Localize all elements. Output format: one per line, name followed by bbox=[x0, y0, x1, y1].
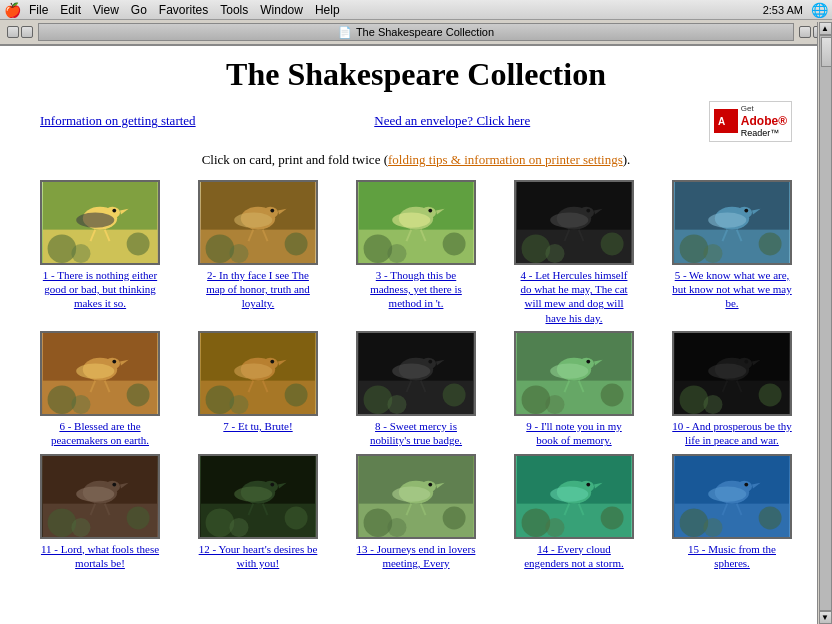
svg-point-97 bbox=[387, 395, 406, 414]
go-menu[interactable]: Go bbox=[131, 3, 147, 17]
card-caption-14: 14 - Every cloud engenders not a storm. bbox=[514, 542, 634, 571]
adobe-icon: A bbox=[714, 109, 738, 133]
card-caption-8: 8 - Sweet mercy is nobility's true badge… bbox=[356, 419, 476, 448]
card-caption-13: 13 - Journeys end in lovers meeting, Eve… bbox=[356, 542, 476, 571]
card-item-5[interactable]: 5 - We know what we are, but know not wh… bbox=[656, 180, 808, 325]
card-caption-10: 10 - And prosperous be thy life in peace… bbox=[672, 419, 792, 448]
card-item-4[interactable]: 4 - Let Hercules himself do what he may,… bbox=[498, 180, 650, 325]
svg-point-35 bbox=[364, 234, 393, 263]
svg-point-133 bbox=[71, 518, 90, 537]
card-item-15[interactable]: 15 - Music from the spheres. bbox=[656, 454, 808, 571]
folding-tips-link[interactable]: folding tips & information on printer se… bbox=[388, 152, 623, 167]
svg-point-49 bbox=[545, 244, 564, 263]
svg-point-24 bbox=[285, 232, 308, 255]
scroll-down[interactable]: ▼ bbox=[819, 611, 832, 624]
svg-point-121 bbox=[703, 395, 722, 414]
svg-point-168 bbox=[601, 506, 624, 529]
browser-btn-2[interactable] bbox=[21, 26, 33, 38]
svg-point-175 bbox=[744, 482, 748, 486]
browser-title: 📄 The Shakespeare Collection bbox=[38, 23, 794, 41]
card-image-3 bbox=[356, 180, 476, 265]
card-caption-6: 6 - Blessed are the peacemakers on earth… bbox=[40, 419, 160, 448]
svg-point-127 bbox=[112, 482, 116, 486]
svg-point-156 bbox=[443, 506, 466, 529]
svg-point-95 bbox=[364, 385, 393, 414]
card-item-6[interactable]: 6 - Blessed are the peacemakers on earth… bbox=[24, 331, 176, 448]
svg-point-46 bbox=[550, 212, 588, 227]
card-caption-2: 2- In thy face I see The map of honor, t… bbox=[198, 268, 318, 311]
info-link[interactable]: Information on getting started bbox=[40, 113, 196, 129]
card-item-8[interactable]: 8 - Sweet mercy is nobility's true badge… bbox=[340, 331, 492, 448]
scroll-up[interactable]: ▲ bbox=[819, 22, 832, 35]
card-item-9[interactable]: 9 - I'll note you in my book of memory. bbox=[498, 331, 650, 448]
scrollbar[interactable]: ▲ ▼ bbox=[817, 22, 832, 624]
card-item-13[interactable]: 13 - Journeys end in lovers meeting, Eve… bbox=[340, 454, 492, 571]
menubar-right: 2:53 AM 🌐 bbox=[763, 2, 828, 18]
card-image-14 bbox=[514, 454, 634, 539]
svg-point-70 bbox=[76, 363, 114, 378]
browser-btn-3[interactable] bbox=[799, 26, 811, 38]
svg-point-139 bbox=[270, 482, 274, 486]
scroll-track[interactable] bbox=[819, 35, 832, 611]
adobe-text: Get Adobe® Reader™ bbox=[741, 104, 787, 139]
card-caption-12: 12 - Your heart's desires be with you! bbox=[198, 542, 318, 571]
svg-point-109 bbox=[545, 395, 564, 414]
card-item-1[interactable]: 1 - There is nothing either good or bad,… bbox=[24, 180, 176, 325]
edit-menu[interactable]: Edit bbox=[60, 3, 81, 17]
card-image-1 bbox=[40, 180, 160, 265]
card-item-14[interactable]: 14 - Every cloud engenders not a storm. bbox=[498, 454, 650, 571]
svg-point-43 bbox=[586, 208, 590, 212]
instruction: Click on card, print and fold twice (fol… bbox=[20, 152, 812, 168]
svg-text:A: A bbox=[718, 116, 725, 127]
file-menu[interactable]: File bbox=[29, 3, 48, 17]
card-caption-3: 3 - Though this be madness, yet there is… bbox=[356, 268, 476, 311]
svg-point-91 bbox=[428, 360, 432, 364]
apple-menu[interactable]: 🍎 bbox=[4, 2, 21, 18]
card-image-4 bbox=[514, 180, 634, 265]
svg-point-72 bbox=[127, 383, 150, 406]
browser-toolbar: 📄 The Shakespeare Collection bbox=[0, 20, 832, 46]
svg-point-67 bbox=[112, 360, 116, 364]
svg-point-96 bbox=[443, 383, 466, 406]
card-item-12[interactable]: 12 - Your heart's desires be with you! bbox=[182, 454, 334, 571]
card-item-10[interactable]: 10 - And prosperous be thy life in peace… bbox=[656, 331, 808, 448]
svg-point-11 bbox=[48, 234, 77, 263]
svg-point-118 bbox=[708, 363, 746, 378]
svg-point-22 bbox=[234, 212, 272, 227]
view-menu[interactable]: View bbox=[93, 3, 119, 17]
svg-point-23 bbox=[206, 234, 235, 263]
svg-point-119 bbox=[680, 385, 709, 414]
svg-point-71 bbox=[48, 385, 77, 414]
card-item-3[interactable]: 3 - Though this be madness, yet there is… bbox=[340, 180, 492, 325]
svg-point-163 bbox=[586, 482, 590, 486]
svg-point-12 bbox=[127, 232, 150, 255]
card-caption-11: 11 - Lord, what fools these mortals be! bbox=[40, 542, 160, 571]
svg-point-115 bbox=[744, 360, 748, 364]
svg-point-55 bbox=[744, 208, 748, 212]
envelope-link[interactable]: Need an envelope? Click here bbox=[374, 113, 530, 129]
card-image-9 bbox=[514, 331, 634, 416]
svg-point-31 bbox=[428, 208, 432, 212]
svg-point-59 bbox=[680, 234, 709, 263]
svg-point-58 bbox=[708, 212, 746, 227]
svg-point-145 bbox=[229, 518, 248, 537]
window-menu[interactable]: Window bbox=[260, 3, 303, 17]
svg-point-169 bbox=[545, 518, 564, 537]
card-item-7[interactable]: 7 - Et tu, Brute! bbox=[182, 331, 334, 448]
svg-point-144 bbox=[285, 506, 308, 529]
svg-point-60 bbox=[759, 232, 782, 255]
svg-point-151 bbox=[428, 482, 432, 486]
help-menu[interactable]: Help bbox=[315, 3, 340, 17]
favorites-menu[interactable]: Favorites bbox=[159, 3, 208, 17]
svg-point-7 bbox=[112, 208, 116, 212]
card-item-11[interactable]: 11 - Lord, what fools these mortals be! bbox=[24, 454, 176, 571]
tools-menu[interactable]: Tools bbox=[220, 3, 248, 17]
svg-point-25 bbox=[229, 244, 248, 263]
card-caption-7: 7 - Et tu, Brute! bbox=[223, 419, 292, 433]
card-image-12 bbox=[198, 454, 318, 539]
browser-btn-1[interactable] bbox=[7, 26, 19, 38]
adobe-badge[interactable]: A Get Adobe® Reader™ bbox=[709, 101, 792, 142]
scroll-thumb[interactable] bbox=[821, 37, 832, 67]
card-item-2[interactable]: 2- In thy face I see The map of honor, t… bbox=[182, 180, 334, 325]
svg-point-157 bbox=[387, 518, 406, 537]
